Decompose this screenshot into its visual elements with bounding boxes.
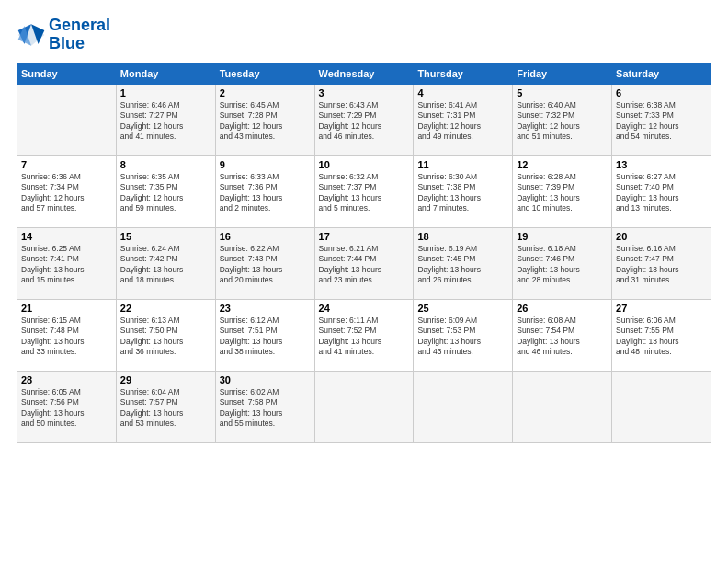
day-number: 29: [120, 374, 211, 385]
cell-info: Sunrise: 6:36 AM Sunset: 7:34 PM Dayligh…: [21, 172, 112, 214]
calendar-cell: 10Sunrise: 6:32 AM Sunset: 7:37 PM Dayli…: [314, 155, 414, 227]
logo-blue: Blue: [49, 34, 85, 52]
cell-info: Sunrise: 6:18 AM Sunset: 7:46 PM Dayligh…: [517, 244, 608, 286]
day-number: 22: [120, 303, 211, 314]
day-number: 14: [21, 231, 112, 242]
cell-info: Sunrise: 6:08 AM Sunset: 7:54 PM Dayligh…: [517, 316, 608, 358]
weekday-row: SundayMondayTuesdayWednesdayThursdayFrid…: [17, 63, 711, 84]
weekday-header: Sunday: [17, 63, 117, 84]
day-number: 8: [120, 159, 211, 170]
calendar-cell: 26Sunrise: 6:08 AM Sunset: 7:54 PM Dayli…: [513, 299, 612, 371]
calendar-cell: 1Sunrise: 6:46 AM Sunset: 7:27 PM Daylig…: [116, 84, 215, 155]
day-number: 20: [616, 231, 707, 242]
logo: General Blue: [17, 17, 110, 53]
cell-info: Sunrise: 6:43 AM Sunset: 7:29 PM Dayligh…: [319, 100, 410, 143]
page: General Blue SundayMondayTuesdayWednesda…: [0, 0, 728, 563]
calendar-cell: 2Sunrise: 6:45 AM Sunset: 7:28 PM Daylig…: [215, 84, 314, 155]
logo-general: General: [49, 16, 110, 34]
cell-info: Sunrise: 6:09 AM Sunset: 7:53 PM Dayligh…: [417, 316, 508, 358]
cell-info: Sunrise: 6:02 AM Sunset: 7:58 PM Dayligh…: [220, 387, 311, 430]
cell-info: Sunrise: 6:24 AM Sunset: 7:42 PM Dayligh…: [120, 244, 211, 286]
cell-info: Sunrise: 6:27 AM Sunset: 7:40 PM Dayligh…: [616, 172, 707, 214]
day-number: 26: [517, 303, 608, 314]
weekday-header: Thursday: [414, 63, 513, 84]
weekday-header: Friday: [513, 63, 612, 84]
calendar-cell: 19Sunrise: 6:18 AM Sunset: 7:46 PM Dayli…: [513, 227, 612, 299]
day-number: 23: [220, 303, 311, 314]
calendar-cell: 3Sunrise: 6:43 AM Sunset: 7:29 PM Daylig…: [314, 84, 414, 155]
cell-info: Sunrise: 6:12 AM Sunset: 7:51 PM Dayligh…: [220, 316, 311, 358]
weekday-header: Saturday: [612, 63, 711, 84]
cell-info: Sunrise: 6:22 AM Sunset: 7:43 PM Dayligh…: [220, 244, 311, 286]
calendar-cell: 15Sunrise: 6:24 AM Sunset: 7:42 PM Dayli…: [116, 227, 215, 299]
day-number: 5: [517, 87, 608, 98]
calendar-cell: 17Sunrise: 6:21 AM Sunset: 7:44 PM Dayli…: [314, 227, 414, 299]
calendar-cell: 27Sunrise: 6:06 AM Sunset: 7:55 PM Dayli…: [612, 299, 711, 371]
cell-info: Sunrise: 6:38 AM Sunset: 7:33 PM Dayligh…: [616, 100, 707, 143]
calendar-table: SundayMondayTuesdayWednesdayThursdayFrid…: [17, 63, 711, 443]
cell-info: Sunrise: 6:11 AM Sunset: 7:52 PM Dayligh…: [319, 316, 410, 358]
day-number: 18: [417, 231, 508, 242]
calendar-cell: 13Sunrise: 6:27 AM Sunset: 7:40 PM Dayli…: [612, 155, 711, 227]
day-number: 28: [21, 374, 112, 385]
cell-info: Sunrise: 6:32 AM Sunset: 7:37 PM Dayligh…: [319, 172, 410, 214]
cell-info: Sunrise: 6:46 AM Sunset: 7:27 PM Dayligh…: [120, 100, 211, 143]
logo-text: General Blue: [49, 17, 110, 53]
weekday-header: Monday: [116, 63, 215, 84]
calendar-cell: 12Sunrise: 6:28 AM Sunset: 7:39 PM Dayli…: [513, 155, 612, 227]
cell-info: Sunrise: 6:35 AM Sunset: 7:35 PM Dayligh…: [120, 172, 211, 214]
day-number: 12: [517, 159, 608, 170]
cell-info: Sunrise: 6:04 AM Sunset: 7:57 PM Dayligh…: [120, 387, 211, 430]
calendar-week-row: 21Sunrise: 6:15 AM Sunset: 7:48 PM Dayli…: [17, 299, 711, 371]
calendar-week-row: 28Sunrise: 6:05 AM Sunset: 7:56 PM Dayli…: [17, 371, 711, 442]
calendar-cell: [17, 84, 117, 155]
calendar-cell: 24Sunrise: 6:11 AM Sunset: 7:52 PM Dayli…: [314, 299, 414, 371]
day-number: 3: [319, 87, 410, 98]
cell-info: Sunrise: 6:13 AM Sunset: 7:50 PM Dayligh…: [120, 316, 211, 358]
calendar-cell: 22Sunrise: 6:13 AM Sunset: 7:50 PM Dayli…: [116, 299, 215, 371]
calendar-cell: 16Sunrise: 6:22 AM Sunset: 7:43 PM Dayli…: [215, 227, 314, 299]
calendar-cell: [513, 371, 612, 442]
day-number: 1: [120, 87, 211, 98]
cell-info: Sunrise: 6:06 AM Sunset: 7:55 PM Dayligh…: [616, 316, 707, 358]
day-number: 2: [220, 87, 311, 98]
day-number: 24: [319, 303, 410, 314]
calendar-cell: 14Sunrise: 6:25 AM Sunset: 7:41 PM Dayli…: [17, 227, 117, 299]
calendar-week-row: 14Sunrise: 6:25 AM Sunset: 7:41 PM Dayli…: [17, 227, 711, 299]
day-number: 17: [319, 231, 410, 242]
day-number: 27: [616, 303, 707, 314]
calendar-cell: 5Sunrise: 6:40 AM Sunset: 7:32 PM Daylig…: [513, 84, 612, 155]
calendar-cell: 20Sunrise: 6:16 AM Sunset: 7:47 PM Dayli…: [612, 227, 711, 299]
cell-info: Sunrise: 6:45 AM Sunset: 7:28 PM Dayligh…: [220, 100, 311, 143]
calendar-cell: [612, 371, 711, 442]
calendar-cell: 29Sunrise: 6:04 AM Sunset: 7:57 PM Dayli…: [116, 371, 215, 442]
cell-info: Sunrise: 6:19 AM Sunset: 7:45 PM Dayligh…: [417, 244, 508, 286]
calendar-week-row: 7Sunrise: 6:36 AM Sunset: 7:34 PM Daylig…: [17, 155, 711, 227]
day-number: 15: [120, 231, 211, 242]
day-number: 7: [21, 159, 112, 170]
calendar-cell: 7Sunrise: 6:36 AM Sunset: 7:34 PM Daylig…: [17, 155, 117, 227]
calendar-cell: 21Sunrise: 6:15 AM Sunset: 7:48 PM Dayli…: [17, 299, 117, 371]
calendar-cell: [414, 371, 513, 442]
calendar-body: 1Sunrise: 6:46 AM Sunset: 7:27 PM Daylig…: [17, 84, 711, 442]
cell-info: Sunrise: 6:40 AM Sunset: 7:32 PM Dayligh…: [517, 100, 608, 143]
day-number: 6: [616, 87, 707, 98]
cell-info: Sunrise: 6:30 AM Sunset: 7:38 PM Dayligh…: [417, 172, 508, 214]
cell-info: Sunrise: 6:05 AM Sunset: 7:56 PM Dayligh…: [21, 387, 112, 430]
day-number: 9: [220, 159, 311, 170]
calendar-cell: 23Sunrise: 6:12 AM Sunset: 7:51 PM Dayli…: [215, 299, 314, 371]
cell-info: Sunrise: 6:25 AM Sunset: 7:41 PM Dayligh…: [21, 244, 112, 286]
calendar-cell: 18Sunrise: 6:19 AM Sunset: 7:45 PM Dayli…: [414, 227, 513, 299]
calendar-cell: 9Sunrise: 6:33 AM Sunset: 7:36 PM Daylig…: [215, 155, 314, 227]
calendar-header: SundayMondayTuesdayWednesdayThursdayFrid…: [17, 63, 711, 84]
day-number: 16: [220, 231, 311, 242]
day-number: 19: [517, 231, 608, 242]
calendar-cell: 25Sunrise: 6:09 AM Sunset: 7:53 PM Dayli…: [414, 299, 513, 371]
calendar-cell: 11Sunrise: 6:30 AM Sunset: 7:38 PM Dayli…: [414, 155, 513, 227]
cell-info: Sunrise: 6:21 AM Sunset: 7:44 PM Dayligh…: [319, 244, 410, 286]
weekday-header: Wednesday: [314, 63, 414, 84]
day-number: 4: [417, 87, 508, 98]
calendar-cell: 30Sunrise: 6:02 AM Sunset: 7:58 PM Dayli…: [215, 371, 314, 442]
day-number: 10: [319, 159, 410, 170]
day-number: 11: [417, 159, 508, 170]
